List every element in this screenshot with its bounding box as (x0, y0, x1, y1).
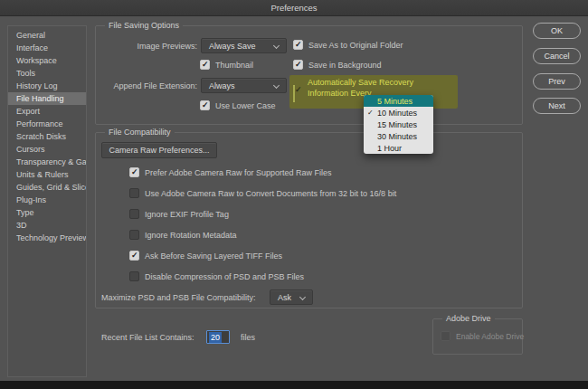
maximize-compat-label: Maximize PSD and PSB File Compatibility: (101, 293, 256, 302)
ignore-exif-checkbox[interactable] (129, 209, 139, 219)
maximize-compat-select[interactable]: Ask (270, 289, 313, 305)
file-compatibility-legend: File Compatibility (105, 128, 175, 137)
auto-save-recovery-checkbox[interactable] (293, 85, 295, 102)
title-bar: Preferences (0, 0, 588, 16)
thumbnail-label[interactable]: Thumbnail (215, 61, 253, 70)
prefer-camera-raw-label[interactable]: Prefer Adobe Camera Raw for Supported Ra… (145, 168, 332, 177)
preferences-sidebar: General Interface Workspace Tools Histor… (7, 25, 87, 377)
sidebar-item-units-rulers[interactable]: Units & Rulers (8, 168, 86, 181)
image-previews-select[interactable]: Always Save (201, 38, 287, 53)
menu-item-label: 30 Minutes (377, 132, 417, 141)
file-saving-options-legend: File Saving Options (105, 21, 183, 30)
append-file-extension-value: Always (209, 81, 235, 90)
chevron-down-icon (273, 82, 280, 89)
sidebar-item-3d[interactable]: 3D (8, 219, 86, 232)
append-file-extension-label: Append File Extension: (95, 81, 197, 90)
menu-item-5-minutes[interactable]: 5 Minutes (364, 95, 433, 107)
sidebar-item-history-log[interactable]: History Log (8, 80, 86, 92)
cancel-button[interactable]: Cancel (533, 48, 581, 64)
chevron-down-icon (273, 43, 280, 49)
preferences-dialog: { "window": { "title": "Preferences" }, … (0, 0, 588, 389)
menu-item-15-minutes[interactable]: 15 Minutes (364, 119, 433, 130)
use-camera-raw-convert-row: Use Adobe Camera Raw to Convert Document… (129, 188, 396, 198)
use-lower-case-checkbox[interactable] (200, 100, 210, 110)
use-lower-case-row: Use Lower Case (200, 100, 276, 110)
ignore-rotation-checkbox[interactable] (129, 230, 139, 240)
sidebar-item-scratch-disks[interactable]: Scratch Disks (8, 130, 86, 143)
save-in-background-row: Save in Background (293, 60, 382, 70)
ignore-exif-label[interactable]: Ignore EXIF Profile Tag (145, 210, 229, 219)
prefer-camera-raw-row: Prefer Adobe Camera Raw for Supported Ra… (129, 167, 332, 177)
sidebar-item-cursors[interactable]: Cursors (8, 143, 86, 156)
menu-item-label: 15 Minutes (377, 120, 417, 129)
sidebar-item-type[interactable]: Type (8, 206, 86, 219)
menu-item-10-minutes[interactable]: ✓ 10 Minutes (364, 107, 433, 119)
sidebar-item-technology-previews[interactable]: Technology Previews (8, 232, 86, 244)
menu-item-1-hour[interactable]: 1 Hour (364, 142, 433, 154)
sidebar-item-workspace[interactable]: Workspace (8, 54, 86, 67)
auto-save-recovery-label-line1[interactable]: Automatically Save Recovery (308, 77, 413, 88)
menu-item-label: 10 Minutes (377, 109, 417, 118)
disable-compression-row: Disable Compression of PSD and PSB Files (129, 271, 304, 281)
ignore-exif-row: Ignore EXIF Profile Tag (129, 209, 229, 219)
files-label: files (241, 333, 255, 342)
sidebar-item-interface[interactable]: Interface (8, 42, 86, 54)
checkmark-icon: ✓ (367, 109, 374, 117)
window-title: Preferences (270, 3, 317, 13)
ask-before-tiff-checkbox[interactable] (129, 251, 139, 261)
menu-item-30-minutes[interactable]: 30 Minutes (364, 130, 433, 142)
disable-compression-checkbox[interactable] (129, 271, 139, 281)
use-camera-raw-convert-label[interactable]: Use Adobe Camera Raw to Convert Document… (145, 189, 396, 198)
image-previews-value: Always Save (209, 42, 256, 51)
recovery-interval-menu: 5 Minutes ✓ 10 Minutes 15 Minutes 30 Min… (364, 95, 433, 154)
sidebar-item-general[interactable]: General (8, 29, 86, 42)
next-button[interactable]: Next (533, 98, 581, 114)
sidebar-item-plug-ins[interactable]: Plug-Ins (8, 194, 86, 206)
sidebar-item-export[interactable]: Export (8, 105, 86, 118)
save-in-background-checkbox[interactable] (293, 60, 303, 70)
enable-adobe-drive-row: Enable Adobe Drive (441, 331, 524, 341)
ask-before-tiff-label[interactable]: Ask Before Saving Layered TIFF Files (145, 251, 282, 261)
chevron-down-icon (299, 294, 306, 300)
adobe-drive-legend: Adobe Drive (442, 314, 495, 323)
save-as-original-checkbox[interactable] (293, 40, 303, 50)
recent-files-value: 20 (209, 332, 222, 343)
recent-files-input[interactable]: 20 (206, 330, 230, 344)
prev-button[interactable]: Prev (533, 73, 581, 90)
save-as-original-label[interactable]: Save As to Original Folder (308, 41, 403, 50)
recent-file-list-label: Recent File List Contains: (101, 333, 194, 342)
save-as-original-row: Save As to Original Folder (293, 40, 403, 50)
menu-item-label: 5 Minutes (377, 97, 413, 106)
save-in-background-label[interactable]: Save in Background (308, 61, 382, 70)
maximize-compat-value: Ask (278, 293, 291, 302)
prefer-camera-raw-checkbox[interactable] (129, 167, 139, 177)
ok-button[interactable]: OK (533, 23, 581, 39)
thumbnail-row: Thumbnail (200, 60, 253, 70)
sidebar-item-tools[interactable]: Tools (8, 67, 86, 80)
use-camera-raw-convert-checkbox[interactable] (129, 188, 139, 198)
thumbnail-checkbox[interactable] (200, 60, 210, 70)
auto-save-recovery-label-line2[interactable]: Information Every (308, 88, 372, 99)
bottom-strip (0, 381, 588, 389)
sidebar-item-guides-grid-slices[interactable]: Guides, Grid & Slices (8, 181, 86, 194)
sidebar-item-file-handling[interactable]: File Handling (8, 92, 86, 105)
file-compatibility-group: File Compatibility (95, 132, 523, 308)
camera-raw-preferences-button[interactable]: Camera Raw Preferences... (101, 142, 217, 158)
ask-before-tiff-row: Ask Before Saving Layered TIFF Files (129, 251, 282, 261)
image-previews-label: Image Previews: (95, 42, 197, 51)
append-file-extension-select[interactable]: Always (201, 78, 287, 93)
use-lower-case-label[interactable]: Use Lower Case (215, 101, 276, 110)
ignore-rotation-label[interactable]: Ignore Rotation Metadata (145, 231, 237, 240)
sidebar-item-transparency-gamut[interactable]: Transparency & Gamut (8, 156, 86, 168)
ignore-rotation-row: Ignore Rotation Metadata (129, 230, 237, 240)
enable-adobe-drive-label: Enable Adobe Drive (456, 332, 524, 341)
disable-compression-label[interactable]: Disable Compression of PSD and PSB Files (145, 272, 304, 281)
enable-adobe-drive-checkbox (441, 331, 450, 341)
sidebar-item-performance[interactable]: Performance (8, 118, 86, 130)
menu-item-label: 1 Hour (377, 144, 402, 153)
